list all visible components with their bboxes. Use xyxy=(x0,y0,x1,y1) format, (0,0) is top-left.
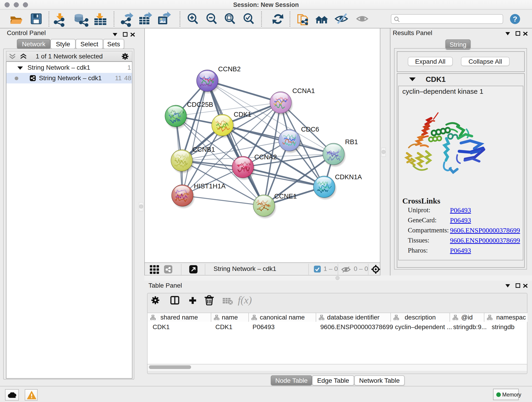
svg-text:CDC25B: CDC25B xyxy=(187,101,213,108)
svg-text:CCNA1: CCNA1 xyxy=(292,87,315,95)
svg-text:CDK1: CDK1 xyxy=(234,111,251,118)
svg-text:RB1: RB1 xyxy=(345,138,358,146)
svg-text:CDC6: CDC6 xyxy=(301,126,319,133)
svg-text:CDKN1A: CDKN1A xyxy=(335,173,362,181)
svg-text:CCNB2: CCNB2 xyxy=(218,65,241,73)
svg-text:HIST1H1A: HIST1H1A xyxy=(194,182,226,190)
svg-text:CCNA2: CCNA2 xyxy=(254,153,277,161)
svg-text:?: ? xyxy=(513,15,517,23)
svg-text:CCNB1: CCNB1 xyxy=(192,146,215,153)
svg-text:CCNE1: CCNE1 xyxy=(274,192,297,200)
